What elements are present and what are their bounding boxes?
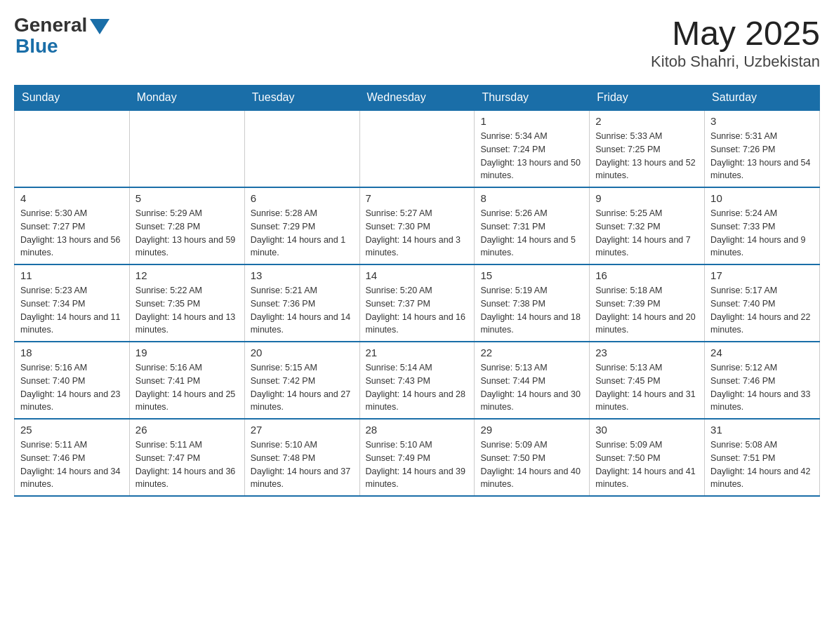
calendar-cell: 25Sunrise: 5:11 AM Sunset: 7:46 PM Dayli… xyxy=(15,419,130,496)
day-number: 5 xyxy=(135,192,239,204)
calendar-cell: 3Sunrise: 5:31 AM Sunset: 7:26 PM Daylig… xyxy=(705,110,820,187)
calendar-cell: 21Sunrise: 5:14 AM Sunset: 7:43 PM Dayli… xyxy=(359,342,475,419)
day-info: Sunrise: 5:17 AM Sunset: 7:40 PM Dayligh… xyxy=(710,284,814,337)
day-info: Sunrise: 5:16 AM Sunset: 7:41 PM Dayligh… xyxy=(135,361,239,414)
calendar-cell: 9Sunrise: 5:25 AM Sunset: 7:32 PM Daylig… xyxy=(590,187,705,264)
calendar-cell: 8Sunrise: 5:26 AM Sunset: 7:31 PM Daylig… xyxy=(475,187,590,264)
day-info: Sunrise: 5:26 AM Sunset: 7:31 PM Dayligh… xyxy=(480,207,583,260)
day-number: 14 xyxy=(366,269,469,281)
title-block: May 2025 Kitob Shahri, Uzbekistan xyxy=(651,14,820,71)
calendar-cell xyxy=(15,110,130,187)
location-title: Kitob Shahri, Uzbekistan xyxy=(651,53,820,71)
calendar-cell: 26Sunrise: 5:11 AM Sunset: 7:47 PM Dayli… xyxy=(129,419,244,496)
page-header: General Blue May 2025 Kitob Shahri, Uzbe… xyxy=(14,14,820,71)
calendar-cell xyxy=(129,110,244,187)
day-of-week-header: Tuesday xyxy=(244,86,359,111)
day-info: Sunrise: 5:18 AM Sunset: 7:39 PM Dayligh… xyxy=(595,284,699,337)
day-info: Sunrise: 5:28 AM Sunset: 7:29 PM Dayligh… xyxy=(251,207,354,260)
day-of-week-header: Thursday xyxy=(475,86,590,111)
calendar-cell: 13Sunrise: 5:21 AM Sunset: 7:36 PM Dayli… xyxy=(244,264,359,342)
day-info: Sunrise: 5:22 AM Sunset: 7:35 PM Dayligh… xyxy=(135,284,239,337)
day-number: 26 xyxy=(135,424,239,436)
calendar-week-row: 1Sunrise: 5:34 AM Sunset: 7:24 PM Daylig… xyxy=(15,110,820,187)
day-info: Sunrise: 5:21 AM Sunset: 7:36 PM Dayligh… xyxy=(251,284,354,337)
calendar-cell: 29Sunrise: 5:09 AM Sunset: 7:50 PM Dayli… xyxy=(475,419,590,496)
calendar-table: SundayMondayTuesdayWednesdayThursdayFrid… xyxy=(14,85,820,497)
calendar-cell: 12Sunrise: 5:22 AM Sunset: 7:35 PM Dayli… xyxy=(129,264,244,342)
day-info: Sunrise: 5:15 AM Sunset: 7:42 PM Dayligh… xyxy=(251,361,354,414)
day-number: 25 xyxy=(20,424,124,436)
calendar-cell: 5Sunrise: 5:29 AM Sunset: 7:28 PM Daylig… xyxy=(129,187,244,264)
day-number: 1 xyxy=(480,115,583,127)
day-info: Sunrise: 5:34 AM Sunset: 7:24 PM Dayligh… xyxy=(480,130,583,182)
calendar-week-row: 11Sunrise: 5:23 AM Sunset: 7:34 PM Dayli… xyxy=(15,264,820,342)
day-of-week-header: Sunday xyxy=(15,86,130,111)
day-info: Sunrise: 5:11 AM Sunset: 7:47 PM Dayligh… xyxy=(135,438,239,491)
day-info: Sunrise: 5:29 AM Sunset: 7:28 PM Dayligh… xyxy=(135,207,239,260)
calendar-cell: 24Sunrise: 5:12 AM Sunset: 7:46 PM Dayli… xyxy=(705,342,820,419)
calendar-cell: 6Sunrise: 5:28 AM Sunset: 7:29 PM Daylig… xyxy=(244,187,359,264)
day-info: Sunrise: 5:09 AM Sunset: 7:50 PM Dayligh… xyxy=(595,438,699,491)
logo-triangle-icon xyxy=(90,19,110,34)
day-info: Sunrise: 5:31 AM Sunset: 7:26 PM Dayligh… xyxy=(710,130,814,182)
day-number: 4 xyxy=(20,192,124,204)
logo-general-text: General xyxy=(14,14,87,36)
day-info: Sunrise: 5:10 AM Sunset: 7:49 PM Dayligh… xyxy=(366,438,469,491)
day-info: Sunrise: 5:09 AM Sunset: 7:50 PM Dayligh… xyxy=(480,438,583,491)
day-of-week-header: Wednesday xyxy=(359,86,475,111)
day-number: 10 xyxy=(710,192,814,204)
day-info: Sunrise: 5:25 AM Sunset: 7:32 PM Dayligh… xyxy=(595,207,699,260)
calendar-cell: 15Sunrise: 5:19 AM Sunset: 7:38 PM Dayli… xyxy=(475,264,590,342)
day-number: 21 xyxy=(366,347,469,358)
day-info: Sunrise: 5:11 AM Sunset: 7:46 PM Dayligh… xyxy=(20,438,124,491)
day-number: 8 xyxy=(480,192,583,204)
calendar-cell: 2Sunrise: 5:33 AM Sunset: 7:25 PM Daylig… xyxy=(590,110,705,187)
day-number: 23 xyxy=(595,347,699,358)
day-number: 6 xyxy=(251,192,354,204)
day-info: Sunrise: 5:33 AM Sunset: 7:25 PM Dayligh… xyxy=(595,130,699,182)
day-info: Sunrise: 5:24 AM Sunset: 7:33 PM Dayligh… xyxy=(710,207,814,260)
month-title: May 2025 xyxy=(651,14,820,53)
day-number: 22 xyxy=(480,347,583,358)
calendar-cell: 19Sunrise: 5:16 AM Sunset: 7:41 PM Dayli… xyxy=(129,342,244,419)
day-info: Sunrise: 5:27 AM Sunset: 7:30 PM Dayligh… xyxy=(366,207,469,260)
day-number: 30 xyxy=(595,424,699,436)
day-info: Sunrise: 5:30 AM Sunset: 7:27 PM Dayligh… xyxy=(20,207,124,260)
day-number: 18 xyxy=(20,347,124,358)
calendar-cell: 20Sunrise: 5:15 AM Sunset: 7:42 PM Dayli… xyxy=(244,342,359,419)
day-number: 19 xyxy=(135,347,239,358)
calendar-cell: 27Sunrise: 5:10 AM Sunset: 7:48 PM Dayli… xyxy=(244,419,359,496)
day-info: Sunrise: 5:16 AM Sunset: 7:40 PM Dayligh… xyxy=(20,361,124,414)
calendar-cell: 7Sunrise: 5:27 AM Sunset: 7:30 PM Daylig… xyxy=(359,187,475,264)
day-number: 3 xyxy=(710,115,814,127)
calendar-cell xyxy=(359,110,475,187)
calendar-cell: 30Sunrise: 5:09 AM Sunset: 7:50 PM Dayli… xyxy=(590,419,705,496)
day-number: 24 xyxy=(710,347,814,358)
day-info: Sunrise: 5:13 AM Sunset: 7:44 PM Dayligh… xyxy=(480,361,583,414)
calendar-cell: 28Sunrise: 5:10 AM Sunset: 7:49 PM Dayli… xyxy=(359,419,475,496)
calendar-cell: 16Sunrise: 5:18 AM Sunset: 7:39 PM Dayli… xyxy=(590,264,705,342)
day-of-week-header: Monday xyxy=(129,86,244,111)
calendar-week-row: 25Sunrise: 5:11 AM Sunset: 7:46 PM Dayli… xyxy=(15,419,820,496)
calendar-cell: 4Sunrise: 5:30 AM Sunset: 7:27 PM Daylig… xyxy=(15,187,130,264)
day-number: 17 xyxy=(710,269,814,281)
day-number: 2 xyxy=(595,115,699,127)
day-info: Sunrise: 5:20 AM Sunset: 7:37 PM Dayligh… xyxy=(366,284,469,337)
calendar-week-row: 18Sunrise: 5:16 AM Sunset: 7:40 PM Dayli… xyxy=(15,342,820,419)
day-info: Sunrise: 5:10 AM Sunset: 7:48 PM Dayligh… xyxy=(251,438,354,491)
calendar-cell: 23Sunrise: 5:13 AM Sunset: 7:45 PM Dayli… xyxy=(590,342,705,419)
calendar-cell: 1Sunrise: 5:34 AM Sunset: 7:24 PM Daylig… xyxy=(475,110,590,187)
day-number: 27 xyxy=(251,424,354,436)
day-of-week-header: Saturday xyxy=(705,86,820,111)
day-number: 28 xyxy=(366,424,469,436)
day-info: Sunrise: 5:14 AM Sunset: 7:43 PM Dayligh… xyxy=(366,361,469,414)
day-number: 9 xyxy=(595,192,699,204)
logo-blue-text: Blue xyxy=(15,35,58,58)
calendar-cell xyxy=(244,110,359,187)
day-number: 31 xyxy=(710,424,814,436)
calendar-cell: 10Sunrise: 5:24 AM Sunset: 7:33 PM Dayli… xyxy=(705,187,820,264)
calendar-cell: 11Sunrise: 5:23 AM Sunset: 7:34 PM Dayli… xyxy=(15,264,130,342)
day-number: 13 xyxy=(251,269,354,281)
calendar-header-row: SundayMondayTuesdayWednesdayThursdayFrid… xyxy=(15,86,820,111)
day-number: 12 xyxy=(135,269,239,281)
